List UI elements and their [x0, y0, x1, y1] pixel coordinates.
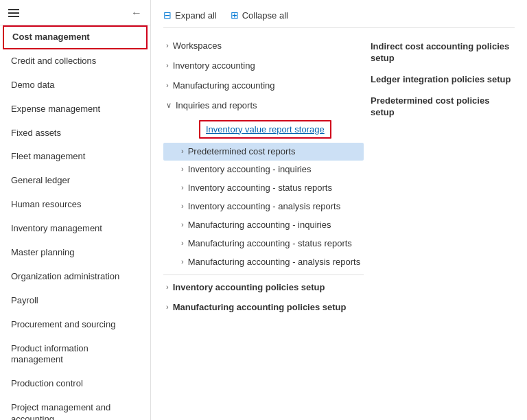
tree-item-inventory-accounting-status[interactable]: › Inventory accounting - status reports: [163, 179, 364, 198]
chevron-icon: ›: [166, 303, 169, 311]
collapse-all-button[interactable]: ⊞ Collapse all: [231, 10, 288, 21]
right-item-indirect-cost[interactable]: Indirect cost accounting policies setup: [371, 36, 515, 69]
chevron-icon: ›: [181, 165, 184, 173]
main-content: ⊟ Expand all ⊞ Collapse all › Workspaces…: [151, 0, 527, 420]
chevron-icon: ›: [181, 239, 184, 247]
toolbar: ⊟ Expand all ⊞ Collapse all: [163, 10, 515, 28]
chevron-icon: ›: [166, 81, 169, 89]
collapse-all-icon: ⊞: [231, 10, 239, 21]
tree-item-inventory-accounting-analysis[interactable]: › Inventory accounting - analysis report…: [163, 198, 364, 216]
sidebar-item-human-resources[interactable]: Human resources: [0, 193, 150, 217]
sidebar-header: ←: [0, 0, 150, 25]
nav-tree: › Workspaces › Inventory accounting › Ma…: [163, 36, 364, 318]
chevron-icon: ›: [181, 147, 184, 155]
chevron-down-icon: ∨: [166, 101, 172, 110]
content-area: › Workspaces › Inventory accounting › Ma…: [163, 36, 515, 318]
sidebar-item-production-control[interactable]: Production control: [0, 372, 150, 396]
chevron-icon: ›: [166, 283, 169, 291]
chevron-icon: ›: [181, 183, 184, 191]
back-icon[interactable]: ←: [131, 7, 142, 19]
tree-item-inventory-accounting-policies[interactable]: › Inventory accounting policies setup: [163, 278, 364, 298]
sidebar-item-fleet-management[interactable]: Fleet management: [0, 145, 150, 169]
chevron-icon: ›: [166, 41, 169, 49]
right-item-predetermined-cost-policies[interactable]: Predetermined cost policies setup: [371, 91, 515, 124]
tree-item-inventory-value-report-storage-wrapper: Inventory value report storage: [163, 116, 364, 143]
sidebar-item-product-information[interactable]: Product information management: [0, 337, 150, 373]
tree-item-predetermined-cost-reports[interactable]: › Predetermined cost reports: [163, 143, 364, 161]
sidebar-item-procurement-sourcing[interactable]: Procurement and sourcing: [0, 313, 150, 337]
sidebar-item-inventory-management[interactable]: Inventory management: [0, 217, 150, 241]
tree-item-workspaces[interactable]: › Workspaces: [163, 36, 364, 56]
sidebar-item-expense-management[interactable]: Expense management: [0, 97, 150, 121]
chevron-icon: ›: [166, 61, 169, 69]
right-item-ledger-integration[interactable]: Ledger integration policies setup: [371, 69, 515, 91]
expand-all-icon: ⊟: [163, 10, 172, 21]
right-panel: Indirect cost accounting policies setup …: [364, 36, 515, 318]
tree-item-manufacturing-accounting[interactable]: › Manufacturing accounting: [163, 76, 364, 96]
sidebar-item-cost-management[interactable]: Cost management: [3, 25, 148, 49]
sidebar-item-demo-data[interactable]: Demo data: [0, 73, 150, 97]
chevron-icon: ›: [181, 202, 184, 210]
sidebar-item-project-management[interactable]: Project management and accounting: [0, 396, 150, 420]
tree-item-manufacturing-accounting-inquiries[interactable]: › Manufacturing accounting - inquiries: [163, 216, 364, 235]
hamburger-icon[interactable]: [8, 9, 19, 17]
expand-all-button[interactable]: ⊟ Expand all: [163, 10, 217, 21]
tree-item-inventory-accounting-inquiries[interactable]: › Inventory accounting - inquiries: [163, 161, 364, 179]
sidebar-item-credit-collections[interactable]: Credit and collections: [0, 49, 150, 73]
sidebar: ← Cost management Credit and collections…: [0, 0, 151, 420]
divider: [163, 275, 364, 275]
tree-item-inquiries-reports[interactable]: ∨ Inquiries and reports: [163, 96, 364, 116]
sidebar-item-master-planning[interactable]: Master planning: [0, 241, 150, 265]
chevron-icon: ›: [181, 257, 184, 266]
tree-item-manufacturing-accounting-analysis[interactable]: › Manufacturing accounting - analysis re…: [163, 253, 364, 272]
tree-item-manufacturing-accounting-policies[interactable]: › Manufacturing accounting policies setu…: [163, 298, 364, 318]
sidebar-item-general-ledger[interactable]: General ledger: [0, 169, 150, 193]
chevron-icon: ›: [181, 220, 184, 229]
tree-item-inventory-accounting[interactable]: › Inventory accounting: [163, 56, 364, 76]
sidebar-item-fixed-assets[interactable]: Fixed assets: [0, 121, 150, 145]
sidebar-item-organization-administration[interactable]: Organization administration: [0, 265, 150, 289]
inventory-value-report-storage-link[interactable]: Inventory value report storage: [199, 120, 331, 139]
sidebar-item-payroll[interactable]: Payroll: [0, 289, 150, 313]
tree-item-manufacturing-accounting-status[interactable]: › Manufacturing accounting - status repo…: [163, 235, 364, 253]
